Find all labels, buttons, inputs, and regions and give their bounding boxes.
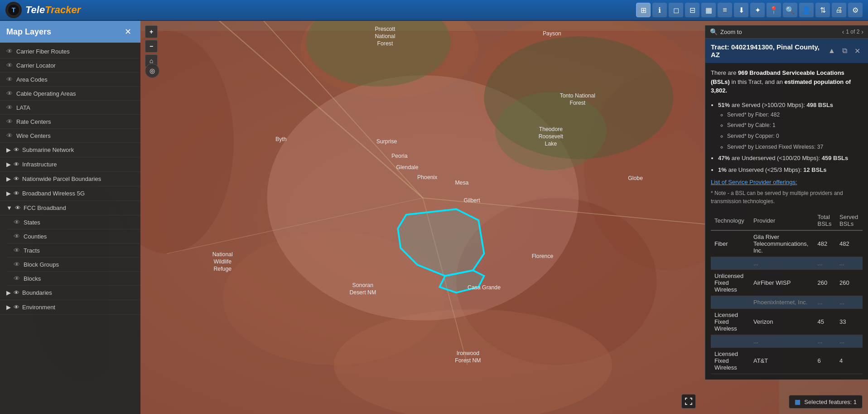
cell-total: 260 — [814, 270, 836, 296]
layer-name: Cable Operating Areas — [16, 90, 134, 97]
eye-icon: 👁 — [14, 261, 20, 268]
eye-icon: 👁 — [14, 190, 19, 197]
zoom-to-label: Zoom to — [720, 29, 839, 35]
info-table-body: Fiber Gila River Telecommunications, Inc… — [711, 230, 863, 374]
underserved-bullet: 47% are Underserved (<100/20 Mbps): 459 … — [718, 153, 863, 163]
cell-technology: Unlicensed Fixed Wireless — [711, 270, 750, 296]
layer-group-environment[interactable]: ▶ 👁 Environment — [0, 300, 140, 315]
download-tool-btn[interactable]: ⬇ — [734, 3, 748, 17]
info-collapse-button[interactable]: ▲ — [826, 45, 837, 56]
svg-text:Forest: Forest — [569, 100, 585, 106]
layer-item-block-groups[interactable]: 👁 Block Groups — [7, 258, 140, 272]
layer-item-blocks[interactable]: 👁 Blocks — [7, 272, 140, 286]
zoom-prev-button[interactable]: ‹ — [842, 28, 844, 35]
measure-tool-btn[interactable]: ◻ — [669, 3, 683, 17]
svg-text:Globe: Globe — [628, 175, 643, 181]
service-provider-link[interactable]: List of Service Provider offerings: — [711, 179, 863, 185]
fullscreen-button[interactable] — [681, 394, 696, 409]
eye-icon: 👁 — [6, 118, 13, 125]
layer-group-parcel[interactable]: ▶ 👁 Nationwide Parcel Boundaries — [0, 172, 140, 186]
layer-name: Area Codes — [16, 76, 134, 83]
served-cable-item: Served* by Cable: 1 — [727, 121, 863, 131]
cell-provider: Gila River Telecommunications, Inc. — [750, 230, 814, 257]
cell-served: ... — [836, 335, 863, 348]
layer-name: Infrastructure — [22, 161, 57, 168]
layer-item-lata[interactable]: 👁 LATA — [0, 101, 140, 115]
table-row: Licensed Fixed Wireless AT&T 6 4 — [711, 348, 863, 374]
list-tool-btn[interactable]: ≡ — [718, 3, 732, 17]
eye-icon: 👁 — [14, 275, 20, 282]
expand-arrow-icon: ▶ — [6, 190, 11, 197]
layer-item-counties[interactable]: 👁 Counties — [7, 229, 140, 244]
info-popout-button[interactable]: ⧉ — [839, 45, 850, 56]
layer-item-area-codes[interactable]: 👁 Area Codes — [0, 73, 140, 87]
layer-item-cable-operating[interactable]: 👁 Cable Operating Areas — [0, 87, 140, 101]
info-tool-btn[interactable]: ℹ — [652, 3, 667, 17]
layers-tool-btn[interactable]: ⊞ — [636, 3, 651, 17]
table-tool-btn[interactable]: ▦ — [701, 3, 716, 17]
sidebar-close-button[interactable]: ✕ — [121, 25, 134, 38]
share-tool-btn[interactable]: ⇅ — [815, 3, 830, 17]
eye-icon: 👁 — [6, 132, 13, 139]
eye-icon: 👁 — [14, 247, 20, 254]
layer-group-broadband-wireless[interactable]: ▶ 👁 Broadband Wireless 5G — [0, 186, 140, 201]
svg-text:Surprise: Surprise — [376, 138, 397, 145]
layer-item-wire-centers[interactable]: 👁 Wire Centers — [0, 129, 140, 143]
col-total-bsls: Total BSLs — [814, 211, 836, 230]
zoom-search-icon: 🔍 — [710, 28, 718, 35]
layer-group-infrastructure[interactable]: ▶ 👁 Infrastructure — [0, 157, 140, 172]
svg-text:Byth: Byth — [275, 136, 287, 142]
filter-tool-btn[interactable]: ⊟ — [685, 3, 699, 17]
info-panel-body: There are 969 Broadband Serviceable Loca… — [705, 63, 868, 380]
layer-group-boundaries[interactable]: ▶ 👁 Boundaries — [0, 286, 140, 300]
print-tool-btn[interactable]: 🖨 — [832, 3, 846, 17]
layer-name: Carrier Locator — [16, 62, 134, 69]
svg-text:Mesa: Mesa — [455, 180, 468, 186]
info-close-button[interactable]: ✕ — [852, 45, 863, 56]
svg-text:National: National — [375, 33, 395, 39]
layer-item-carrier-locator[interactable]: 👁 Carrier Locator — [0, 58, 140, 73]
logo-icon: T — [5, 2, 22, 18]
zoom-in-button[interactable]: + — [145, 25, 158, 38]
layer-group-submarine[interactable]: ▶ 👁 Submarine Network — [0, 143, 140, 157]
search-tool-btn[interactable]: 🔍 — [783, 3, 797, 17]
toolbar: T TeleTracker ⊞ ℹ ◻ ⊟ ▦ ≡ ⬇ ✦ 📍 🔍 👤 ⇅ 🖨 … — [0, 0, 868, 21]
settings-tool-btn[interactable]: ⚙ — [848, 3, 863, 17]
cell-served: ... — [836, 296, 863, 309]
zoom-out-button[interactable]: − — [145, 40, 158, 53]
fcc-children: 👁 States 👁 Counties 👁 Tracts 👁 Block Gro… — [0, 215, 140, 286]
zoom-next-button[interactable]: › — [861, 28, 863, 35]
layer-group-fcc-header[interactable]: ▼ 👁 FCC Broadband — [0, 201, 140, 215]
table-row-highlighted: ... ... ... — [711, 335, 863, 348]
bookmark-tool-btn[interactable]: ✦ — [750, 3, 765, 17]
layer-item-tracts[interactable]: 👁 Tracts — [7, 244, 140, 258]
unserved-bullet: 1% are Unserved (<25/3 Mbps): 12 BSLs — [718, 165, 863, 175]
eye-icon: 👁 — [15, 205, 21, 211]
layer-item-carrier-fiber[interactable]: 👁 Carrier Fiber Routes — [0, 44, 140, 58]
cell-served: ... — [836, 257, 863, 270]
info-panel: 🔍 Zoom to ‹ 1 of 2 › Tract: 04021941300,… — [705, 25, 868, 380]
compass-button[interactable]: ◎ — [145, 63, 159, 78]
layer-item-states[interactable]: 👁 States — [7, 215, 140, 229]
cell-provider: Verizon — [750, 309, 814, 335]
eye-icon: 👁 — [6, 90, 13, 97]
layer-name: Blocks — [24, 275, 134, 282]
sidebar-content[interactable]: 👁 Carrier Fiber Routes 👁 Carrier Locator… — [0, 43, 140, 414]
expand-arrow-icon: ▶ — [6, 146, 11, 153]
cell-technology — [711, 257, 750, 270]
svg-text:Payson: Payson — [543, 30, 561, 37]
cell-total: ... — [814, 257, 836, 270]
svg-text:Refuge: Refuge — [214, 266, 232, 272]
eye-icon: 👁 — [6, 104, 13, 111]
svg-text:Forest NM: Forest NM — [455, 357, 481, 364]
cell-provider: ... — [750, 257, 814, 270]
user-tool-btn[interactable]: 👤 — [799, 3, 814, 17]
layer-item-rate-centers[interactable]: 👁 Rate Centers — [0, 115, 140, 129]
served-bullet: 51% are Served (>100/20 Mbps): 498 BSLs … — [718, 100, 863, 152]
logo-area: T TeleTracker — [0, 2, 91, 18]
layer-name: Tracts — [24, 247, 134, 254]
pin-tool-btn[interactable]: 📍 — [767, 3, 781, 17]
info-table: Technology Provider Total BSLs Served BS… — [711, 211, 863, 374]
svg-text:Ironwood: Ironwood — [457, 350, 480, 356]
eye-icon: 👁 — [14, 146, 19, 153]
